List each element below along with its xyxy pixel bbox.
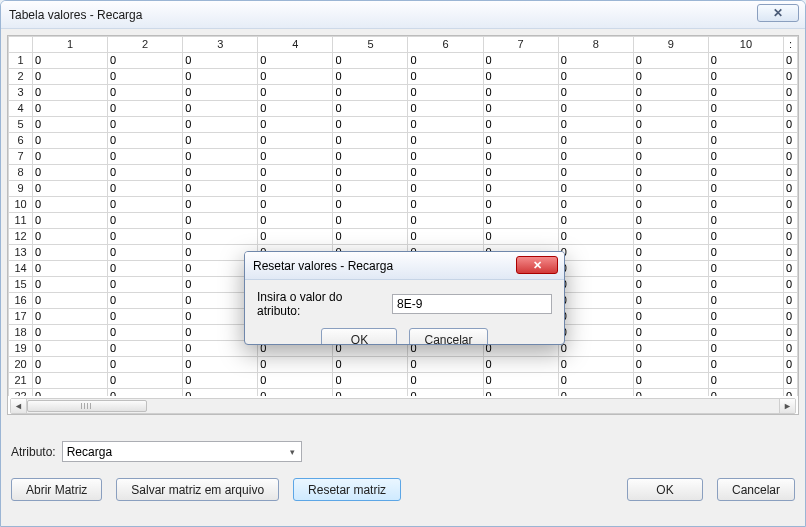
grid-cell[interactable]: 0 <box>558 69 633 85</box>
attribute-combo[interactable]: Recarga ▾ <box>62 441 302 462</box>
grid-cell[interactable]: 0 <box>633 69 708 85</box>
grid-cell[interactable]: 0 <box>183 149 258 165</box>
row-header[interactable]: 15 <box>9 277 33 293</box>
grid-cell[interactable]: 0 <box>558 245 633 261</box>
row-header[interactable]: 19 <box>9 341 33 357</box>
row-header[interactable]: 16 <box>9 293 33 309</box>
grid-cell[interactable]: 0 <box>483 357 558 373</box>
row-header[interactable]: 21 <box>9 373 33 389</box>
grid-cell[interactable]: 0 <box>483 197 558 213</box>
row-header[interactable]: 9 <box>9 181 33 197</box>
open-matrix-button[interactable]: Abrir Matriz <box>11 478 102 501</box>
row-header[interactable]: 1 <box>9 53 33 69</box>
grid-cell[interactable]: 0 <box>558 389 633 397</box>
grid-cell[interactable]: 0 <box>333 85 408 101</box>
grid-cell[interactable]: 0 <box>258 85 333 101</box>
grid-cell[interactable]: 0 <box>108 101 183 117</box>
row-header[interactable]: 18 <box>9 325 33 341</box>
grid-cell[interactable]: 0 <box>558 309 633 325</box>
grid-cell[interactable]: 0 <box>333 389 408 397</box>
grid-cell[interactable]: 0 <box>108 181 183 197</box>
grid-cell[interactable]: 0 <box>108 117 183 133</box>
row-header[interactable]: 3 <box>9 85 33 101</box>
grid-cell[interactable]: 0 <box>333 181 408 197</box>
grid-cell[interactable]: 0 <box>183 101 258 117</box>
grid-cell[interactable]: 0 <box>483 181 558 197</box>
grid-cell[interactable]: 0 <box>108 357 183 373</box>
dialog-cancel-button[interactable]: Cancelar <box>409 328 487 345</box>
grid-cell[interactable]: 0 <box>183 165 258 181</box>
reset-matrix-button[interactable]: Resetar matriz <box>293 478 401 501</box>
grid-cell[interactable]: 0 <box>708 293 783 309</box>
grid-cell[interactable]: 0 <box>258 133 333 149</box>
grid-cell[interactable]: 0 <box>333 69 408 85</box>
grid-cell[interactable]: 0 <box>33 69 108 85</box>
grid-cell[interactable]: 0 <box>558 117 633 133</box>
grid-cell[interactable]: 0 <box>183 197 258 213</box>
grid-cell[interactable]: 0 <box>708 325 783 341</box>
grid-cell[interactable]: 0 <box>483 229 558 245</box>
grid-cell[interactable]: 0 <box>633 101 708 117</box>
grid-cell[interactable]: 0 <box>333 53 408 69</box>
row-header[interactable]: 10 <box>9 197 33 213</box>
grid-cell[interactable]: 0 <box>33 181 108 197</box>
grid-cell[interactable]: 0 <box>33 117 108 133</box>
scroll-left-arrow-icon[interactable]: ◄ <box>11 399 27 413</box>
grid-cell[interactable]: 0 <box>483 69 558 85</box>
grid-cell[interactable]: 0 <box>108 53 183 69</box>
grid-cell[interactable]: 0 <box>183 357 258 373</box>
grid-cell[interactable]: 0 <box>108 325 183 341</box>
grid-cell[interactable]: 0 <box>633 245 708 261</box>
grid-cell[interactable]: 0 <box>258 213 333 229</box>
grid-cell[interactable]: 0 <box>108 341 183 357</box>
grid-cell[interactable]: 0 <box>708 181 783 197</box>
grid-cell[interactable]: 0 <box>633 117 708 133</box>
grid-cell[interactable]: 0 <box>708 357 783 373</box>
cancel-button[interactable]: Cancelar <box>717 478 795 501</box>
grid-cell[interactable]: 0 <box>258 373 333 389</box>
grid-cell[interactable]: 0 <box>258 165 333 181</box>
grid-cell[interactable]: 0 <box>183 53 258 69</box>
grid-cell[interactable]: 0 <box>633 341 708 357</box>
grid-cell[interactable]: 0 <box>708 261 783 277</box>
row-header[interactable]: 6 <box>9 133 33 149</box>
column-header[interactable]: 7 <box>483 37 558 53</box>
save-matrix-button[interactable]: Salvar matriz em arquivo <box>116 478 279 501</box>
row-header[interactable]: 20 <box>9 357 33 373</box>
scroll-thumb[interactable] <box>27 400 147 412</box>
grid-cell[interactable]: 0 <box>483 53 558 69</box>
grid-cell[interactable]: 0 <box>633 293 708 309</box>
grid-cell[interactable]: 0 <box>108 293 183 309</box>
grid-cell[interactable]: 0 <box>708 373 783 389</box>
grid-cell[interactable]: 0 <box>408 149 483 165</box>
grid-cell[interactable]: 0 <box>633 373 708 389</box>
grid-cell[interactable]: 0 <box>258 117 333 133</box>
grid-cell[interactable]: 0 <box>183 229 258 245</box>
attribute-value-input[interactable] <box>392 294 552 314</box>
grid-cell[interactable]: 0 <box>183 85 258 101</box>
grid-cell[interactable]: 0 <box>708 213 783 229</box>
grid-cell[interactable]: 0 <box>708 85 783 101</box>
grid-cell[interactable]: 0 <box>558 197 633 213</box>
grid-cell[interactable]: 0 <box>483 213 558 229</box>
grid-cell[interactable]: 0 <box>33 85 108 101</box>
grid-cell[interactable]: 0 <box>333 101 408 117</box>
grid-cell[interactable]: 0 <box>633 213 708 229</box>
grid-cell[interactable]: 0 <box>408 389 483 397</box>
grid-cell[interactable]: 0 <box>333 229 408 245</box>
grid-cell[interactable]: 0 <box>408 357 483 373</box>
grid-cell[interactable]: 0 <box>558 341 633 357</box>
row-header[interactable]: 7 <box>9 149 33 165</box>
grid-cell[interactable]: 0 <box>483 101 558 117</box>
grid-cell[interactable]: 0 <box>408 69 483 85</box>
grid-cell[interactable]: 0 <box>558 325 633 341</box>
grid-cell[interactable]: 0 <box>258 53 333 69</box>
grid-cell[interactable]: 0 <box>108 373 183 389</box>
grid-cell[interactable]: 0 <box>708 277 783 293</box>
grid-cell[interactable]: 0 <box>483 149 558 165</box>
grid-cell[interactable]: 0 <box>633 389 708 397</box>
row-header[interactable]: 11 <box>9 213 33 229</box>
grid-cell[interactable]: 0 <box>408 101 483 117</box>
grid-cell[interactable]: 0 <box>108 133 183 149</box>
grid-cell[interactable]: 0 <box>708 229 783 245</box>
